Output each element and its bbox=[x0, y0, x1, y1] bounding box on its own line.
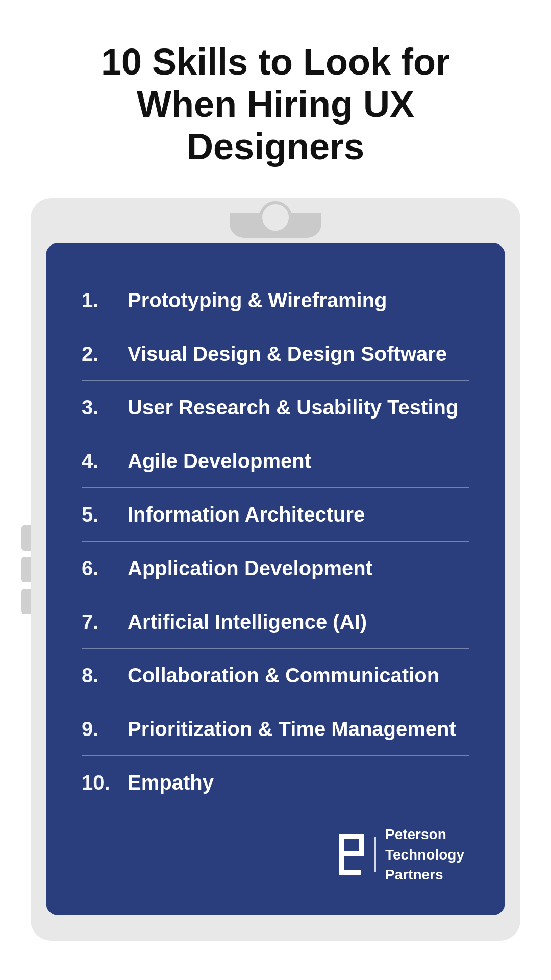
svg-rect-4 bbox=[339, 870, 361, 875]
skill-name: User Research & Usability Testing bbox=[128, 395, 458, 420]
skill-name: Information Architecture bbox=[128, 502, 365, 527]
page-title: 10 Skills to Look for When Hiring UX Des… bbox=[46, 41, 505, 167]
skill-number: 7. bbox=[82, 610, 128, 633]
skill-number: 6. bbox=[82, 557, 128, 580]
skill-item: 7.Artificial Intelligence (AI) bbox=[82, 595, 469, 649]
side-tabs-decoration bbox=[21, 525, 31, 614]
svg-rect-1 bbox=[344, 834, 359, 839]
skill-number: 9. bbox=[82, 718, 128, 741]
skill-number: 3. bbox=[82, 396, 128, 419]
footer-row: Peterson Technology Partners bbox=[82, 824, 469, 885]
skill-name: Visual Design & Design Software bbox=[128, 341, 447, 366]
skill-name: Collaboration & Communication bbox=[128, 663, 439, 688]
side-tab-2 bbox=[21, 557, 31, 582]
skills-list: 1.Prototyping & Wireframing2.Visual Desi… bbox=[82, 274, 469, 809]
page-wrapper: 10 Skills to Look for When Hiring UX Des… bbox=[0, 0, 551, 980]
skill-number: 1. bbox=[82, 289, 128, 312]
svg-rect-2 bbox=[344, 851, 359, 856]
svg-rect-3 bbox=[359, 834, 364, 856]
skill-item: 3.User Research & Usability Testing bbox=[82, 381, 469, 434]
skill-item: 1.Prototyping & Wireframing bbox=[82, 274, 469, 327]
skill-name: Application Development bbox=[128, 556, 372, 580]
skill-number: 5. bbox=[82, 503, 128, 526]
clipboard-card: 1.Prototyping & Wireframing2.Visual Desi… bbox=[31, 198, 520, 941]
side-tab-3 bbox=[21, 589, 31, 614]
skill-item: 4.Agile Development bbox=[82, 434, 469, 488]
skill-item: 5.Information Architecture bbox=[82, 488, 469, 542]
skill-item: 9.Prioritization & Time Management bbox=[82, 702, 469, 756]
skill-name: Empathy bbox=[128, 770, 214, 795]
skill-item: 10.Empathy bbox=[82, 756, 469, 809]
skill-item: 8.Collaboration & Communication bbox=[82, 649, 469, 702]
side-tab-1 bbox=[21, 525, 31, 551]
skill-number: 4. bbox=[82, 450, 128, 473]
brand-icon bbox=[335, 834, 365, 875]
skill-number: 8. bbox=[82, 664, 128, 687]
brand-divider bbox=[374, 837, 376, 872]
skills-card: 1.Prototyping & Wireframing2.Visual Desi… bbox=[46, 243, 505, 915]
brand-name: Peterson Technology Partners bbox=[385, 824, 464, 885]
svg-rect-0 bbox=[339, 834, 344, 875]
skill-item: 6.Application Development bbox=[82, 542, 469, 595]
skill-name: Prioritization & Time Management bbox=[128, 717, 456, 741]
skill-item: 2.Visual Design & Design Software bbox=[82, 327, 469, 381]
skill-name: Artificial Intelligence (AI) bbox=[128, 609, 367, 634]
skill-number: 2. bbox=[82, 342, 128, 365]
skill-name: Prototyping & Wireframing bbox=[128, 288, 387, 312]
brand-logo: Peterson Technology Partners bbox=[335, 824, 464, 885]
skill-number: 10. bbox=[82, 771, 128, 794]
skill-name: Agile Development bbox=[128, 449, 311, 473]
